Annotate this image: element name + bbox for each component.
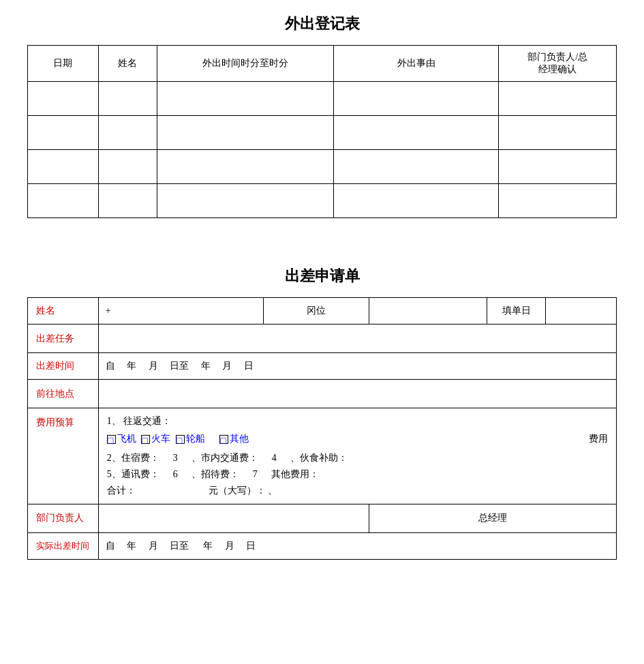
actual-time-label: 实际出差时间 [28, 532, 99, 559]
time-cell-4 [157, 184, 334, 218]
form2-row-name: 姓名 + 冈位 填单日 [28, 298, 617, 325]
form1-title: 外出登记表 [27, 14, 617, 34]
budget-checkbox-line: □ 飞机 □ 火车 □ 轮船 □ [107, 433, 608, 447]
checkbox-other-label: 其他 [230, 433, 249, 445]
checkbox-plane-box: □ [107, 435, 116, 444]
date-cell-2 [28, 116, 99, 150]
budget-value: 1、 往返交通： □ 飞机 □ 火车 □ 轮船 [98, 408, 616, 504]
confirm-cell-3 [499, 150, 617, 184]
form2-table: 姓名 + 冈位 填单日 出差任务 出差时间 自 年 月 日至 年 [27, 297, 617, 560]
destination-label: 前往地点 [28, 380, 99, 408]
form2-row-budget: 费用预算 1、 往返交通： □ 飞机 □ 火车 [28, 408, 617, 504]
table-row [28, 116, 617, 150]
confirm-cell-1 [499, 82, 617, 116]
table-row [28, 150, 617, 184]
form1-section: 外出登记表 日期 姓名 外出时间时分至时分 外出事由 部门负责人/总经理确认 [27, 14, 617, 218]
reason-cell-4 [334, 184, 499, 218]
task-value [98, 325, 616, 353]
budget-line2: 2、住宿费： 3 、市内交通费： 4 、伙食补助： [107, 452, 608, 464]
checkbox-ship-label: 轮船 [186, 433, 205, 445]
date-cell-4 [28, 184, 99, 218]
destination-value [98, 380, 616, 408]
responsible-value [98, 504, 369, 532]
form2-row-actual-time: 实际出差时间 自 年 月 日至 年 月 日 [28, 532, 617, 559]
position-value [369, 298, 487, 325]
date-cell-1 [28, 82, 99, 116]
time-cell-2 [157, 116, 334, 150]
confirm-cell-4 [499, 184, 617, 218]
time-cell-3 [157, 150, 334, 184]
budget-label: 费用预算 [28, 408, 99, 504]
form1-table: 日期 姓名 外出时间时分至时分 外出事由 部门负责人/总经理确认 [27, 45, 617, 218]
table-row [28, 82, 617, 116]
divider [27, 245, 617, 266]
col-date: 日期 [28, 46, 99, 82]
checkbox-other-item: □ 其他 [219, 433, 249, 445]
col-confirm: 部门负责人/总经理确认 [499, 46, 617, 82]
date-cell-3 [28, 150, 99, 184]
checkbox-train-box: □ [141, 435, 150, 444]
name-cell-4 [98, 184, 157, 218]
form2-row-time: 出差时间 自 年 月 日至 年 月 日 [28, 353, 617, 380]
time-cell-1 [157, 82, 334, 116]
form2-row-task: 出差任务 [28, 325, 617, 353]
time-label: 出差时间 [28, 353, 99, 380]
budget-line3: 5、通讯费： 6 、招待费： 7 其他费用： [107, 468, 608, 481]
budget-transport-line: 1、 往返交通： [107, 415, 608, 427]
name-cell-3 [98, 150, 157, 184]
form2-row-responsible: 部门负责人 总经理 [28, 504, 617, 532]
form2-row-destination: 前往地点 [28, 380, 617, 408]
general-manager: 总经理 [369, 504, 617, 532]
reason-cell-1 [334, 82, 499, 116]
name-cell-2 [98, 116, 157, 150]
actual-time-value: 自 年 月 日至 年 月 日 [98, 532, 616, 559]
reason-cell-2 [334, 116, 499, 150]
table-header-row: 日期 姓名 外出时间时分至时分 外出事由 部门负责人/总经理确认 [28, 46, 617, 82]
checkbox-ship-box: □ [176, 435, 185, 444]
col-reason: 外出事由 [334, 46, 499, 82]
name-label: 姓名 [28, 298, 99, 325]
responsible-label: 部门负责人 [28, 504, 99, 532]
task-label: 出差任务 [28, 325, 99, 353]
checkbox-ship-item: □ 轮船 [176, 433, 205, 445]
checkbox-train-item: □ 火车 [141, 433, 170, 445]
col-time: 外出时间时分至时分 [157, 46, 334, 82]
reason-cell-3 [334, 150, 499, 184]
budget-cost-label: 费用 [589, 433, 608, 445]
checkbox-plane-label: 飞机 [117, 433, 136, 445]
name-cell-1 [98, 82, 157, 116]
name-value: + [98, 298, 263, 325]
form2-title: 出差申请单 [27, 266, 617, 286]
position-label: 冈位 [263, 298, 369, 325]
date-value [546, 298, 617, 325]
table-row [28, 184, 617, 218]
date-label: 填单日 [487, 298, 545, 325]
confirm-cell-2 [499, 116, 617, 150]
checkbox-other-box: □ [219, 435, 228, 444]
time-value: 自 年 月 日至 年 月 日 [98, 353, 616, 380]
form2-section: 出差申请单 姓名 + 冈位 填单日 出差任务 出差时间 [27, 266, 617, 560]
col-name: 姓名 [98, 46, 157, 82]
checkbox-train-label: 火车 [151, 433, 170, 445]
budget-total-line: 合计： 元（大写）： 、 [107, 485, 608, 497]
checkbox-plane-item: □ 飞机 [107, 433, 136, 445]
